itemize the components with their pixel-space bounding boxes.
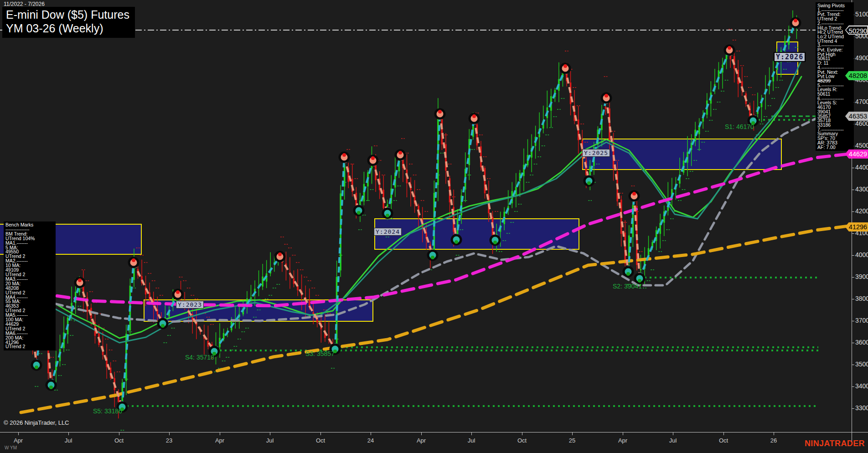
time-axis-tick: [371, 432, 371, 435]
pivot-high-dot: [472, 114, 476, 118]
time-axis-tick: [320, 432, 321, 435]
candle-body: [312, 312, 314, 314]
pivot-low-dot: [493, 241, 497, 244]
pivot-low-dot: [386, 214, 389, 217]
year-label: Y:2023: [176, 301, 204, 309]
support-label: S1: 46170: [725, 123, 754, 130]
ma20-green-solid: [21, 77, 801, 338]
price-axis-label: 45000: [855, 142, 868, 149]
pivot-high-dot: [604, 94, 608, 98]
swing-up-line: [359, 160, 373, 211]
time-axis-tick: [623, 432, 623, 435]
time-axis-label: Oct: [114, 437, 124, 444]
price-axis-label: 34000: [855, 382, 868, 390]
candle-body: [441, 118, 443, 144]
year-label: Y:2024: [374, 228, 402, 236]
pivot-high-dot: [563, 64, 567, 68]
price-axis-label: 40000: [855, 251, 868, 258]
time-axis-label: Oct: [316, 437, 325, 444]
price-axis-tick: [852, 408, 854, 409]
time-axis-tick: [673, 432, 673, 435]
pivot-low-dot: [455, 240, 458, 244]
time-axis-label: Jul: [65, 437, 72, 444]
chart-canvas[interactable]: [0, 0, 852, 432]
price-tag-value: 48208: [845, 71, 868, 80]
time-axis-label: 23: [166, 437, 172, 444]
price-axis-label: 36000: [855, 339, 868, 346]
time-axis-label: Jul: [669, 437, 677, 444]
time-axis-label: Apr: [14, 437, 23, 444]
price-axis-tick: [852, 321, 854, 321]
pivot-high-dot: [342, 153, 346, 157]
pivot-high-dot: [794, 19, 797, 22]
time-axis-tick: [68, 432, 69, 435]
time-axis-label: Oct: [719, 437, 728, 444]
support-label: S3: 35857: [305, 350, 335, 357]
price-axis-label: 46000: [855, 120, 868, 127]
instrument-code: W YM: [5, 445, 17, 450]
pivot-low-dot: [626, 272, 630, 276]
price-tag: 41296: [845, 222, 868, 232]
pivot-low-dot: [638, 279, 641, 283]
support-label: S5: 33186: [93, 407, 122, 415]
time-axis-tick: [471, 432, 472, 435]
pivot-high-dot: [278, 252, 282, 256]
chart-title: E-mini Dow ($5) Futures YM 03-26 (Weekly…: [2, 7, 135, 38]
price-tag-value: 46353: [845, 112, 868, 121]
price-tag: 48208: [845, 71, 868, 80]
price-axis[interactable]: 5100050000490004800047000460004500044000…: [852, 0, 868, 432]
time-axis-label: Apr: [417, 437, 426, 444]
date-range: 11/2022 - 7/2026: [4, 1, 45, 7]
candle-body: [605, 107, 607, 108]
price-axis-label: 51000: [855, 10, 868, 18]
candle-body: [52, 376, 53, 376]
price-axis-tick: [852, 365, 854, 365]
pivot-high-dot: [632, 192, 636, 196]
time-axis-tick: [270, 432, 270, 435]
candle-body: [293, 278, 295, 284]
price-axis-tick: [852, 386, 854, 387]
candle-body: [250, 297, 252, 299]
time-axis-tick: [18, 432, 19, 435]
price-axis-label: 37000: [855, 317, 868, 324]
price-axis-label: 47000: [855, 98, 868, 105]
pivot-low-dot: [431, 256, 434, 259]
swing-pivots-line: AF: 7.00: [817, 145, 852, 150]
time-axis-tick: [774, 432, 774, 435]
pivot-high-dot: [78, 278, 82, 282]
pivot-high-dot: [398, 151, 402, 154]
pivot-high-dot: [728, 46, 731, 50]
price-axis-label: 33000: [855, 404, 868, 412]
year-range-box: [375, 219, 579, 249]
time-axis[interactable]: AprJulOct23AprJulOct24AprJulOct25AprJulO…: [0, 432, 868, 453]
price-axis-label: 49000: [855, 54, 868, 62]
time-axis-label: Oct: [517, 437, 527, 444]
pivot-low-dot: [35, 365, 38, 369]
pivot-high-dot: [176, 290, 180, 294]
price-axis-tick: [852, 190, 854, 190]
price-axis-tick: [852, 255, 854, 256]
price-axis-label: 42000: [855, 207, 868, 215]
year-range-box: [583, 139, 781, 170]
price-tag-value: 41296: [845, 222, 868, 232]
price-tag: 46353: [845, 112, 868, 121]
copyright-text: © 2026 NinjaTrader, LLC: [4, 419, 69, 426]
bench-marks-line: UTrend 2: [5, 345, 54, 349]
pivot-low-dot: [357, 211, 361, 215]
candle-body: [640, 269, 642, 270]
candle-body: [223, 333, 225, 340]
price-axis-tick: [852, 277, 854, 278]
time-axis-label: Apr: [215, 437, 224, 444]
ninjatrader-logo: NINJATRADER: [805, 439, 865, 448]
time-axis-label: 24: [367, 437, 374, 444]
price-axis-tick: [852, 233, 854, 234]
price-axis-label: 38000: [855, 295, 868, 302]
price-tag: 50290: [845, 26, 868, 35]
time-axis-tick: [723, 432, 724, 435]
bench-marks-panel: Bench Marks---------------BM Trend:UTren…: [4, 221, 56, 350]
chart-root: 11/2022 - 7/2026 E-mini Dow ($5) Futures…: [0, 0, 868, 453]
price-axis-tick: [852, 343, 854, 343]
swing-up-line: [495, 68, 565, 240]
chart-title-line2: YM 03-26 (Weekly): [6, 21, 129, 35]
swing-up-line: [388, 155, 400, 213]
